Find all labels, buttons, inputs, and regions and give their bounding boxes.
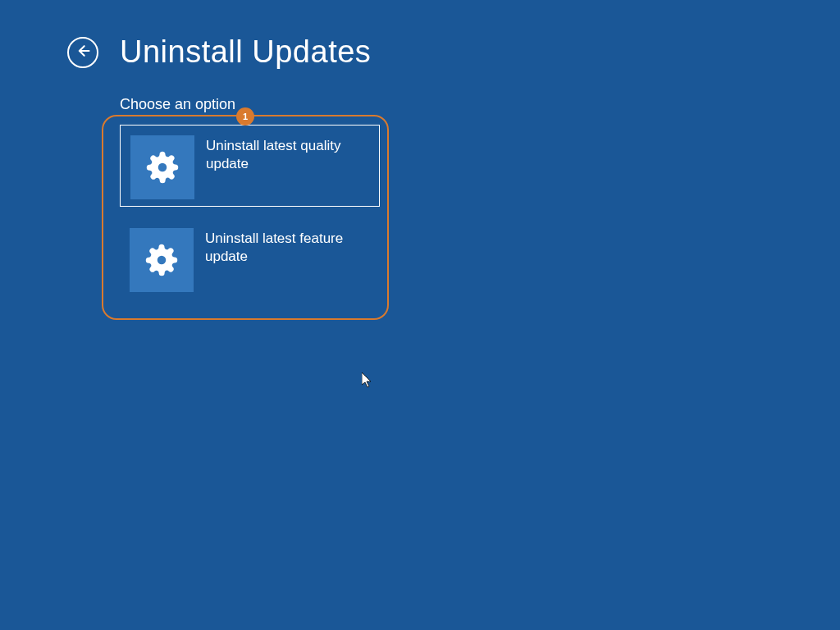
callout-badge: 1 [236, 107, 254, 126]
back-arrow-icon [75, 43, 91, 62]
choose-option-subtitle: Choose an option [0, 70, 840, 113]
callout-highlight: 1 [102, 115, 389, 320]
mouse-cursor-icon [362, 372, 375, 389]
back-button[interactable] [67, 37, 98, 68]
page-title: Uninstall Updates [120, 34, 371, 70]
